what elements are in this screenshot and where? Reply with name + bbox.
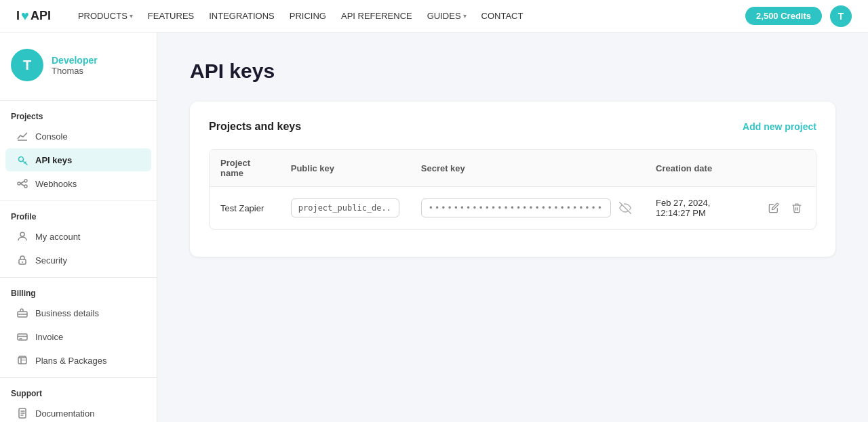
card-icon [16, 331, 28, 343]
sidebar-item-invoice-label: Invoice [35, 332, 63, 342]
section-projects: Projects [0, 106, 157, 124]
sidebar-item-documentation-label: Documentation [35, 408, 94, 419]
topnav-links: PRODUCTS ▾ FEATURES INTEGRATIONS PRICING… [78, 11, 726, 21]
col-public-key: Public key [280, 150, 410, 187]
public-key-input[interactable] [291, 198, 399, 217]
sidebar-item-documentation[interactable]: Documentation [5, 402, 151, 422]
sidebar-avatar: T [11, 49, 43, 81]
delete-button[interactable] [789, 200, 805, 216]
sidebar-divider [0, 100, 157, 101]
table-header-row: Project name Public key Secret key Creat… [210, 150, 816, 187]
eye-slash-icon [619, 202, 631, 214]
logo-api: API [31, 9, 51, 23]
col-actions [755, 150, 816, 187]
sidebar-item-console-label: Console [35, 131, 68, 142]
sidebar-item-api-keys[interactable]: API keys [5, 148, 151, 171]
keys-table: Project name Public key Secret key Creat… [210, 150, 816, 229]
chart-icon [16, 130, 28, 142]
toggle-secret-visibility-button[interactable] [616, 199, 634, 217]
section-billing: Billing [0, 283, 157, 301]
sidebar-divider-2 [0, 201, 157, 201]
chevron-down-icon: ▾ [130, 12, 133, 20]
briefcase-icon [16, 307, 28, 319]
sidebar-item-plans[interactable]: Plans & Packages [5, 349, 151, 372]
page-title: API keys [190, 60, 835, 83]
sidebar-profile: T Developer Thomas [0, 49, 157, 98]
sidebar-item-my-account-label: My account [35, 232, 80, 242]
section-support: Support [0, 383, 157, 401]
public-key-cell [280, 187, 410, 230]
row-actions [766, 200, 805, 216]
sidebar-profile-info: Developer Thomas [52, 55, 98, 76]
svg-point-11 [22, 261, 23, 263]
sidebar-item-webhooks-label: Webhooks [35, 179, 77, 189]
col-secret-key: Secret key [410, 150, 645, 187]
nav-products[interactable]: PRODUCTS ▾ [78, 11, 133, 21]
sidebar: T Developer Thomas Projects Console [0, 33, 157, 422]
sidebar-item-business-details-label: Business details [35, 308, 99, 318]
credits-button[interactable]: 2,500 Credits [745, 7, 822, 25]
svg-line-8 [20, 184, 24, 186]
svg-point-5 [24, 180, 27, 182]
creation-date-cell: Feb 27, 2024, 12:14:27 PM [645, 187, 755, 230]
doc-icon [16, 407, 28, 419]
edit-button[interactable] [766, 200, 782, 216]
topnav: I ♥ API PRODUCTS ▾ FEATURES INTEGRATIONS… [0, 0, 868, 33]
nav-api-reference[interactable]: API REFERENCE [341, 11, 412, 21]
lock-icon [16, 254, 28, 266]
section-profile: Profile [0, 207, 157, 224]
sidebar-item-console[interactable]: Console [5, 125, 151, 148]
sidebar-role: Developer [52, 55, 98, 66]
sidebar-item-invoice[interactable]: Invoice [5, 325, 151, 348]
user-avatar[interactable]: T [830, 5, 852, 27]
nav-contact[interactable]: CONTACT [481, 11, 524, 21]
logo-i: I [16, 9, 20, 23]
sidebar-item-webhooks[interactable]: Webhooks [5, 172, 151, 195]
card-title: Projects and keys [209, 121, 301, 133]
svg-point-4 [18, 182, 20, 185]
card-header: Projects and keys Add new project [209, 121, 816, 133]
webhook-icon [16, 177, 28, 190]
sidebar-item-plans-label: Plans & Packages [35, 356, 107, 366]
package-icon [16, 354, 28, 366]
key-icon [16, 154, 28, 166]
chevron-down-icon: ▾ [463, 12, 467, 20]
keys-table-wrap: Project name Public key Secret key Creat… [209, 149, 816, 230]
sidebar-item-security-label: Security [35, 255, 67, 266]
svg-rect-17 [18, 358, 26, 364]
nav-features[interactable]: FEATURES [148, 11, 194, 21]
sidebar-item-my-account[interactable]: My account [5, 225, 151, 248]
col-creation-date: Creation date [645, 150, 755, 187]
secret-key-cell: •••••••••••••••••••••••••••• [410, 187, 645, 230]
trash-icon [791, 203, 802, 213]
table-row: Test Zapier •••••••••••••••••••••••••••• [210, 187, 816, 230]
svg-line-7 [20, 182, 24, 184]
edit-icon [768, 203, 779, 213]
svg-point-6 [24, 185, 27, 188]
secret-key-dots: •••••••••••••••••••••••••••• [421, 198, 611, 217]
add-new-project-link[interactable]: Add new project [743, 121, 816, 132]
sidebar-item-api-keys-label: API keys [35, 155, 72, 165]
api-keys-card: Projects and keys Add new project Projec… [190, 102, 835, 257]
nav-integrations[interactable]: INTEGRATIONS [209, 11, 275, 21]
logo[interactable]: I ♥ API [16, 8, 51, 24]
nav-pricing[interactable]: PRICING [290, 11, 326, 21]
col-project-name: Project name [210, 150, 280, 187]
person-icon [16, 230, 28, 242]
svg-rect-14 [18, 334, 27, 340]
sidebar-item-security[interactable]: Security [5, 249, 151, 272]
project-name-cell: Test Zapier [210, 187, 280, 230]
sidebar-divider-3 [0, 277, 157, 278]
svg-point-9 [20, 232, 24, 236]
layout: T Developer Thomas Projects Console [0, 33, 868, 422]
sidebar-item-business-details[interactable]: Business details [5, 301, 151, 324]
row-actions-cell [755, 187, 816, 230]
sidebar-username: Thomas [52, 66, 98, 76]
sidebar-divider-4 [0, 377, 157, 378]
logo-heart: ♥ [21, 8, 29, 24]
secret-key-wrap: •••••••••••••••••••••••••••• [421, 198, 634, 217]
nav-guides[interactable]: GUIDES ▾ [427, 11, 467, 21]
main-content: API keys Projects and keys Add new proje… [157, 33, 868, 422]
topnav-right: 2,500 Credits T [745, 5, 852, 27]
